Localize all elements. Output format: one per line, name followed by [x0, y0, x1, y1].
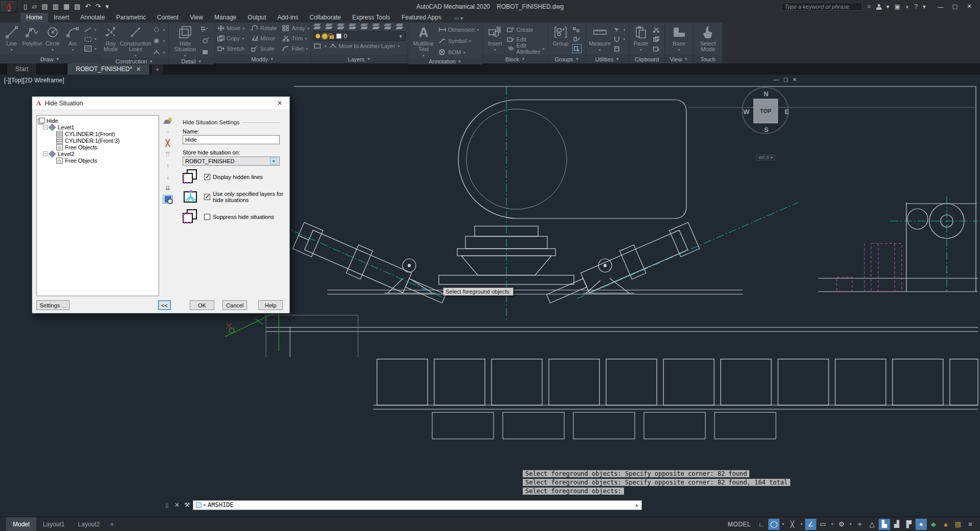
- dialog-title-bar[interactable]: A Hide Situation ✕: [32, 97, 289, 110]
- layer-states-icon[interactable]: [325, 24, 333, 30]
- viewcube-top-face[interactable]: TOP: [753, 99, 778, 123]
- ui-lock-icon[interactable]: ●: [916, 519, 927, 530]
- panel-label-block[interactable]: Block▼: [483, 55, 548, 63]
- ribbon-tab-featured-apps[interactable]: Featured Apps: [396, 12, 447, 23]
- layer-off-icon[interactable]: [372, 24, 380, 30]
- snap-caret-icon[interactable]: ▾: [781, 519, 786, 530]
- store-dropdown[interactable]: ROBOT_FINISHED ▾: [183, 157, 280, 166]
- clean-screen-icon[interactable]: ▤: [952, 519, 964, 530]
- save-as-icon[interactable]: ▥: [52, 3, 58, 10]
- ribbon-tab-collaborate[interactable]: Collaborate: [304, 12, 346, 23]
- hatch-line-button[interactable]: ▼: [84, 25, 97, 34]
- command-customize-icon[interactable]: ⚒: [182, 501, 193, 508]
- panel-label-construction[interactable]: Construction▼: [100, 58, 168, 64]
- cancel-button[interactable]: Cancel: [222, 300, 247, 310]
- checkbox[interactable]: [204, 214, 210, 220]
- polar-tracking-icon[interactable]: ∠: [805, 519, 816, 530]
- dialog-close-button[interactable]: ✕: [274, 99, 285, 107]
- paste-button[interactable]: Paste▼: [631, 24, 651, 55]
- section-view-button[interactable]: [201, 25, 209, 34]
- viewcube[interactable]: N W E S TOP: [741, 86, 792, 137]
- panel-label-modify[interactable]: Modify▼: [215, 55, 310, 63]
- ok-button[interactable]: OK: [190, 300, 214, 310]
- panel-label-groups[interactable]: Groups▼: [548, 55, 586, 63]
- scale-button[interactable]: Scale: [251, 44, 277, 53]
- checkbox[interactable]: [204, 194, 210, 200]
- trim-button[interactable]: Trim▼: [282, 34, 310, 43]
- move-button[interactable]: Move▼: [217, 24, 246, 33]
- undo-icon[interactable]: ↶: [85, 3, 91, 10]
- cut-button[interactable]: [652, 25, 660, 34]
- panel-label-utilities[interactable]: Utilities▼: [586, 55, 629, 63]
- group-button[interactable]: Group: [550, 24, 571, 55]
- help-button[interactable]: Help: [258, 300, 283, 310]
- hardware-acceleration-icon[interactable]: ◆: [928, 519, 939, 530]
- command-expand-icon[interactable]: ▲: [634, 502, 639, 507]
- multiline-text-button[interactable]: A Multiline Text▼: [410, 24, 437, 58]
- tree-node[interactable]: − Level1: [38, 124, 158, 130]
- command-line-dock[interactable]: ⣿ ✕ ⚒ ▾ AMSHIDE ▲: [165, 500, 642, 510]
- tree-expander-icon[interactable]: −: [43, 151, 48, 156]
- detail-view-button[interactable]: [201, 36, 209, 46]
- snap-icon[interactable]: ◯: [768, 519, 779, 530]
- fillet-button[interactable]: Fillet▼: [282, 44, 310, 53]
- workspace-icon[interactable]: ▙: [879, 519, 890, 530]
- move-to-bottom-icon[interactable]: ⇊: [163, 184, 173, 192]
- osnap-caret-icon[interactable]: ▾: [830, 519, 835, 530]
- ribbon-tab-insert[interactable]: Insert: [48, 12, 75, 23]
- rotate-button[interactable]: Rotate: [251, 24, 277, 33]
- object-snap-tracking-icon[interactable]: ▭: [817, 519, 829, 530]
- ribbon-tab-annotate[interactable]: Annotate: [75, 12, 110, 23]
- select-objects-icon[interactable]: [163, 195, 173, 204]
- tree-node[interactable]: ◇ Free Objects: [38, 144, 158, 150]
- move-to-layer-button[interactable]: ▼ Move to Another Layer▼: [311, 41, 408, 51]
- layout-tab-layout2[interactable]: Layout2: [71, 517, 106, 531]
- panel-label-draw[interactable]: Draw▼: [0, 55, 100, 63]
- object-snap-icon[interactable]: △: [866, 519, 878, 530]
- ungroup-button[interactable]: [572, 25, 582, 34]
- annotation-scale-icon[interactable]: ▟: [891, 519, 902, 530]
- gear-caret-icon[interactable]: ▾: [848, 519, 853, 530]
- symbol-button[interactable]: Symbol▼: [438, 36, 480, 46]
- viewcube-south[interactable]: S: [764, 126, 769, 134]
- base-view-button[interactable]: Base▼: [668, 24, 691, 55]
- ribbon-tab-home[interactable]: Home: [20, 12, 48, 23]
- insert-block-button[interactable]: Insert▼: [485, 24, 505, 55]
- print-icon[interactable]: ▨: [74, 3, 80, 10]
- viewport-minimize-icon[interactable]: —: [773, 77, 778, 82]
- isodraft-caret-icon[interactable]: ▾: [799, 519, 804, 530]
- rectangle-button[interactable]: ▼: [84, 35, 97, 44]
- viewcube-north[interactable]: N: [764, 90, 768, 98]
- new-hide-situation-icon[interactable]: [163, 116, 173, 125]
- viewcube-east[interactable]: E: [785, 108, 789, 116]
- ray-mode-button[interactable]: Ray Mode: [102, 24, 119, 58]
- group-edit-button[interactable]: [572, 35, 582, 44]
- ribbon-tab-view[interactable]: View: [184, 12, 209, 23]
- ribbon-tab-parametric[interactable]: Parametric: [110, 12, 151, 23]
- command-caret-icon[interactable]: ▾: [204, 503, 206, 507]
- hide-situation-button[interactable]: Hide Situation▼: [171, 24, 199, 58]
- hatch-button[interactable]: ▼: [84, 44, 97, 53]
- new-file-icon[interactable]: ▯: [24, 3, 27, 10]
- viewport-close-icon[interactable]: ✕: [793, 77, 797, 82]
- isometric-drafting-icon[interactable]: ╳: [787, 519, 798, 530]
- collapse-button[interactable]: <<: [158, 300, 171, 310]
- file-tab-document[interactable]: ROBOT_FINISHED*✕: [68, 63, 149, 75]
- search-input[interactable]: [782, 3, 862, 11]
- polyline-button[interactable]: Polyline: [23, 24, 42, 55]
- add-objects-icon[interactable]: +: [163, 127, 173, 136]
- viewport-restore-icon[interactable]: ▢: [783, 77, 788, 82]
- viewport-controls[interactable]: [-][Top][2D Wireframe]: [4, 77, 64, 84]
- viewcube-west[interactable]: W: [743, 108, 749, 116]
- new-tab-button[interactable]: +: [152, 63, 163, 75]
- trace-contour-button[interactable]: ▼: [152, 48, 166, 57]
- ribbon-tab-manage[interactable]: Manage: [209, 12, 242, 23]
- sign-in-icon[interactable]: [876, 4, 881, 9]
- construction-settings-button[interactable]: ▼: [152, 36, 166, 46]
- help-icon[interactable]: ?: [914, 3, 918, 10]
- search-exchange-icon[interactable]: ⌗: [867, 3, 871, 10]
- status-menu-icon[interactable]: ≡: [965, 519, 976, 530]
- crosshair-icon[interactable]: +: [854, 519, 865, 530]
- tree-node[interactable]: CYLINDER:1(Front): [38, 130, 158, 137]
- edit-attributes-button[interactable]: Edit Attributes▼: [507, 44, 545, 53]
